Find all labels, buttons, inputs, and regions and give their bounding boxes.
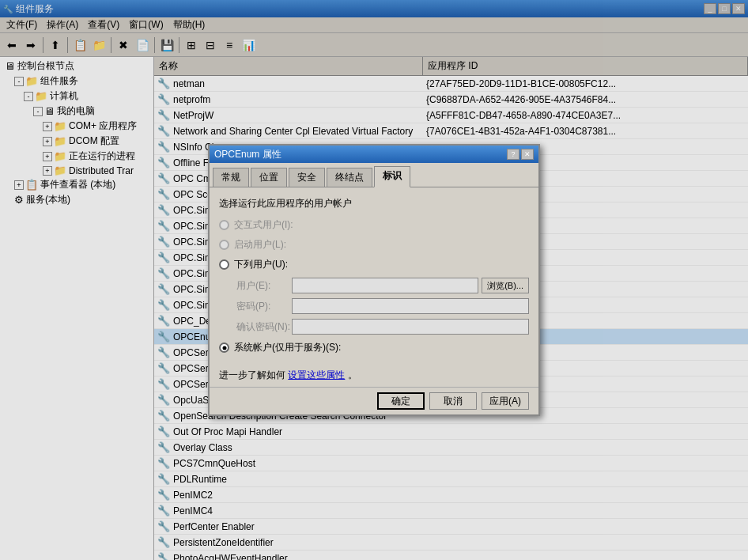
dialog-section-title: 选择运行此应用程序的用户帐户 xyxy=(219,197,529,210)
radio-interactive[interactable] xyxy=(219,220,229,230)
cancel-button[interactable]: 取消 xyxy=(429,392,477,410)
radio-custom-label: 下列用户(U): xyxy=(234,258,288,271)
tab-endpoints[interactable]: 终结点 xyxy=(327,168,372,187)
radio-item-custom[interactable]: 下列用户(U): xyxy=(219,258,529,271)
dialog-content: 选择运行此应用程序的用户帐户 交互式用户(I): 启动用户(L): 下列用户(U… xyxy=(210,187,538,364)
confirm-label: 确认密码(N): xyxy=(236,320,292,334)
tab-security[interactable]: 安全 xyxy=(289,168,325,187)
tab-location[interactable]: 位置 xyxy=(251,168,287,187)
user-input[interactable] xyxy=(292,278,478,293)
dialog-help-button[interactable]: ? xyxy=(507,149,519,160)
footer-text-suffix: 。 xyxy=(348,369,357,380)
dialog-tabs: 常规 位置 安全 终结点 标识 xyxy=(210,163,538,187)
dialog-title-bar: OPCEnum 属性 ? ✕ xyxy=(210,146,538,163)
browse-button[interactable]: 浏览(B)... xyxy=(482,278,529,293)
radio-custom[interactable] xyxy=(219,259,229,270)
system-account-row[interactable]: 系统帐户(仅用于服务)(S): xyxy=(219,341,529,354)
user-label: 用户(E): xyxy=(236,279,292,293)
form-group-user: 用户(E): 浏览(B)... xyxy=(219,278,529,293)
radio-group: 交互式用户(I): 启动用户(L): 下列用户(U): xyxy=(219,218,529,271)
dialog-title: OPCEnum 属性 xyxy=(214,148,507,161)
password-input[interactable] xyxy=(292,298,529,314)
footer-text-prefix: 进一步了解如何 xyxy=(219,369,285,380)
ok-button[interactable]: 确定 xyxy=(377,392,425,410)
radio-item-interactive[interactable]: 交互式用户(I): xyxy=(219,218,529,232)
confirm-input[interactable] xyxy=(292,319,529,335)
radio-item-launch[interactable]: 启动用户(L): xyxy=(219,238,529,252)
radio-system-account[interactable] xyxy=(219,342,229,353)
radio-launch-label: 启动用户(L): xyxy=(234,238,286,252)
properties-dialog: OPCEnum 属性 ? ✕ 常规 位置 安全 终结点 标识 选择运行此应用程序… xyxy=(208,144,540,416)
tab-identity[interactable]: 标识 xyxy=(374,166,410,187)
radio-launch[interactable] xyxy=(219,240,229,250)
dialog-footer-link: 进一步了解如何 设置这些属性 。 xyxy=(210,364,538,387)
dialog-footer-buttons: 确定 取消 应用(A) xyxy=(210,387,538,414)
dialog-close-button[interactable]: ✕ xyxy=(521,149,534,160)
system-account-label: 系统帐户(仅用于服务)(S): xyxy=(234,341,341,354)
dialog-overlay: OPCEnum 属性 ? ✕ 常规 位置 安全 终结点 标识 选择运行此应用程序… xyxy=(0,0,748,560)
system-account-section: 系统帐户(仅用于服务)(S): xyxy=(219,341,529,354)
radio-interactive-label: 交互式用户(I): xyxy=(234,218,293,232)
apply-button[interactable]: 应用(A) xyxy=(482,392,529,410)
form-group-confirm: 确认密码(N): xyxy=(219,319,529,335)
form-group-password: 密码(P): xyxy=(219,298,529,314)
footer-link[interactable]: 设置这些属性 xyxy=(288,369,345,380)
password-label: 密码(P): xyxy=(236,300,292,313)
tab-general[interactable]: 常规 xyxy=(213,168,249,187)
